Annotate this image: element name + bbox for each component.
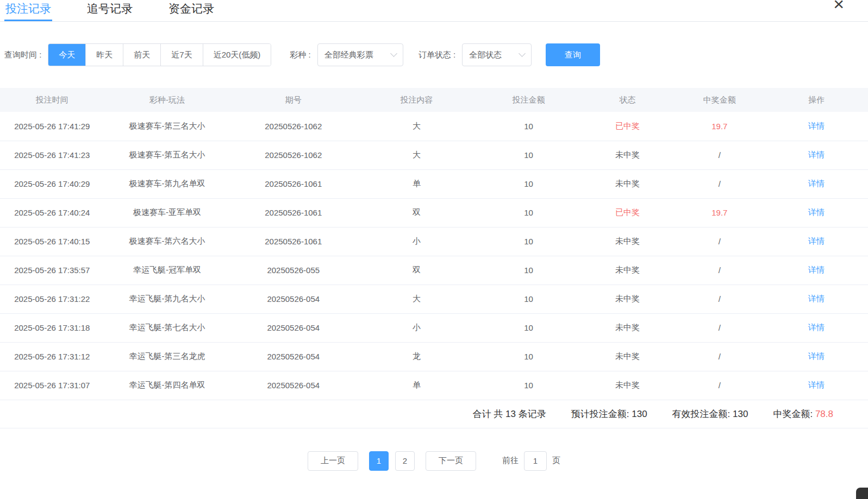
column-header: 投注金额 — [477, 88, 581, 112]
prev-page-button[interactable]: 上一页 — [308, 451, 358, 471]
cell-amount: 10 — [477, 169, 581, 198]
table-row: 2025-05-26 17:31:22幸运飞艇-第九名大小20250526-05… — [0, 285, 868, 313]
summary-expected-value: 130 — [632, 409, 647, 419]
cell-action: 详情 — [765, 313, 868, 342]
tab-1[interactable]: 投注记录 — [4, 1, 52, 21]
page-number-1[interactable]: 1 — [369, 451, 389, 471]
cell-prize: / — [675, 141, 765, 169]
bet-records-table: 投注时间彩种-玩法期号投注内容投注金额状态中奖金额操作 2025-05-26 1… — [0, 88, 868, 400]
summary-prize-value: 78.8 — [815, 409, 833, 419]
time-option-3[interactable]: 前天 — [123, 44, 160, 66]
cell-issue: 20250526-054 — [230, 313, 357, 342]
table-row: 2025-05-26 17:40:24极速赛车-亚军单双20250526-106… — [0, 198, 868, 227]
lottery-select[interactable]: 全部经典彩票 — [317, 43, 403, 66]
cell-time: 2025-05-26 17:40:15 — [0, 227, 104, 256]
cell-game: 幸运飞艇-第三名龙虎 — [104, 342, 230, 371]
goto-page: 前往 页 — [502, 451, 560, 471]
cell-amount: 10 — [477, 313, 581, 342]
cell-status: 未中奖 — [580, 285, 674, 313]
order-status-select[interactable]: 全部状态 — [462, 43, 532, 66]
cell-amount: 10 — [477, 198, 581, 227]
cell-action: 详情 — [765, 198, 868, 227]
detail-link[interactable]: 详情 — [808, 150, 825, 159]
detail-link[interactable]: 详情 — [808, 121, 825, 130]
tab-3[interactable]: 资金记录 — [167, 1, 215, 21]
cell-prize: / — [675, 285, 765, 313]
close-icon[interactable]: × — [833, 0, 844, 13]
cell-action: 详情 — [765, 141, 868, 169]
table-row: 2025-05-26 17:35:57幸运飞艇-冠军单双20250526-055… — [0, 256, 868, 285]
detail-link[interactable]: 详情 — [808, 179, 825, 188]
pagination: 上一页 12 下一页 前往 页 — [0, 451, 868, 471]
summary-prize: 中奖金额: 78.8 — [773, 408, 833, 420]
search-button[interactable]: 查询 — [546, 43, 600, 66]
cell-action: 详情 — [765, 371, 868, 400]
cell-status: 未中奖 — [580, 313, 674, 342]
detail-link[interactable]: 详情 — [808, 236, 825, 245]
summary-valid-value: 130 — [733, 409, 748, 419]
tabs-bar: 投注记录追号记录资金记录 × — [0, 0, 868, 22]
next-page-button[interactable]: 下一页 — [426, 451, 476, 471]
time-filter-group: 今天昨天前天近7天近20天(低频) — [48, 43, 271, 66]
cell-issue: 20250526-1062 — [230, 112, 357, 141]
cell-issue: 20250526-1061 — [230, 169, 357, 198]
summary-expected: 预计投注金额: 130 — [571, 408, 647, 420]
table-body: 2025-05-26 17:41:29极速赛车-第三名大小20250526-10… — [0, 112, 868, 400]
detail-link[interactable]: 详情 — [808, 380, 825, 389]
cell-status: 未中奖 — [580, 141, 674, 169]
goto-label: 前往 — [502, 456, 519, 466]
time-option-5[interactable]: 近20天(低频) — [203, 44, 271, 66]
table-row: 2025-05-26 17:41:29极速赛车-第三名大小20250526-10… — [0, 112, 868, 141]
cell-content: 单 — [357, 371, 476, 400]
cell-content: 龙 — [357, 342, 476, 371]
cell-amount: 10 — [477, 141, 581, 169]
filter-bar: 查询时间 : 今天昨天前天近7天近20天(低频) 彩种 : 全部经典彩票 订单状… — [0, 43, 868, 66]
cell-amount: 10 — [477, 227, 581, 256]
detail-link[interactable]: 详情 — [808, 265, 825, 274]
cell-status: 未中奖 — [580, 227, 674, 256]
column-header: 期号 — [230, 88, 357, 112]
cell-content: 大 — [357, 141, 476, 169]
cell-status: 已中奖 — [580, 198, 674, 227]
cell-issue: 20250526-055 — [230, 256, 357, 285]
goto-page-input[interactable] — [524, 451, 547, 471]
detail-link[interactable]: 详情 — [808, 351, 825, 361]
time-filter-label: 查询时间 : — [4, 50, 41, 60]
time-option-1[interactable]: 今天 — [48, 44, 85, 66]
page-number-2[interactable]: 2 — [395, 451, 415, 471]
cell-prize: / — [675, 342, 765, 371]
cell-game: 幸运飞艇-第七名大小 — [104, 313, 230, 342]
cell-action: 详情 — [765, 112, 868, 141]
cell-issue: 20250526-054 — [230, 342, 357, 371]
cell-content: 双 — [357, 198, 476, 227]
cell-time: 2025-05-26 17:31:22 — [0, 285, 104, 313]
cell-prize: / — [675, 313, 765, 342]
table-header-row: 投注时间彩种-玩法期号投注内容投注金额状态中奖金额操作 — [0, 88, 868, 112]
cell-content: 双 — [357, 256, 476, 285]
cell-time: 2025-05-26 17:40:29 — [0, 169, 104, 198]
column-header: 状态 — [580, 88, 674, 112]
cell-time: 2025-05-26 17:31:07 — [0, 371, 104, 400]
summary-total: 合计 共 13 条记录 — [473, 408, 546, 420]
detail-link[interactable]: 详情 — [808, 323, 825, 332]
cell-amount: 10 — [477, 342, 581, 371]
time-option-2[interactable]: 昨天 — [85, 44, 123, 66]
cell-content: 大 — [357, 285, 476, 313]
page-numbers: 12 — [369, 451, 415, 471]
detail-link[interactable]: 详情 — [808, 207, 825, 217]
cell-prize: / — [675, 371, 765, 400]
cell-status: 已中奖 — [580, 112, 674, 141]
cell-game: 极速赛车-第六名大小 — [104, 227, 230, 256]
cell-game: 幸运飞艇-第四名单双 — [104, 371, 230, 400]
lottery-filter-label: 彩种 : — [290, 50, 310, 60]
column-header: 投注内容 — [357, 88, 476, 112]
detail-link[interactable]: 详情 — [808, 294, 825, 303]
table-row: 2025-05-26 17:31:12幸运飞艇-第三名龙虎20250526-05… — [0, 342, 868, 371]
goto-suffix: 页 — [552, 456, 560, 466]
chevron-down-icon — [519, 50, 526, 57]
cell-issue: 20250526-054 — [230, 371, 357, 400]
tab-2[interactable]: 追号记录 — [86, 1, 134, 21]
cell-prize: 19.7 — [675, 198, 765, 227]
cell-content: 单 — [357, 169, 476, 198]
time-option-4[interactable]: 近7天 — [160, 44, 202, 66]
